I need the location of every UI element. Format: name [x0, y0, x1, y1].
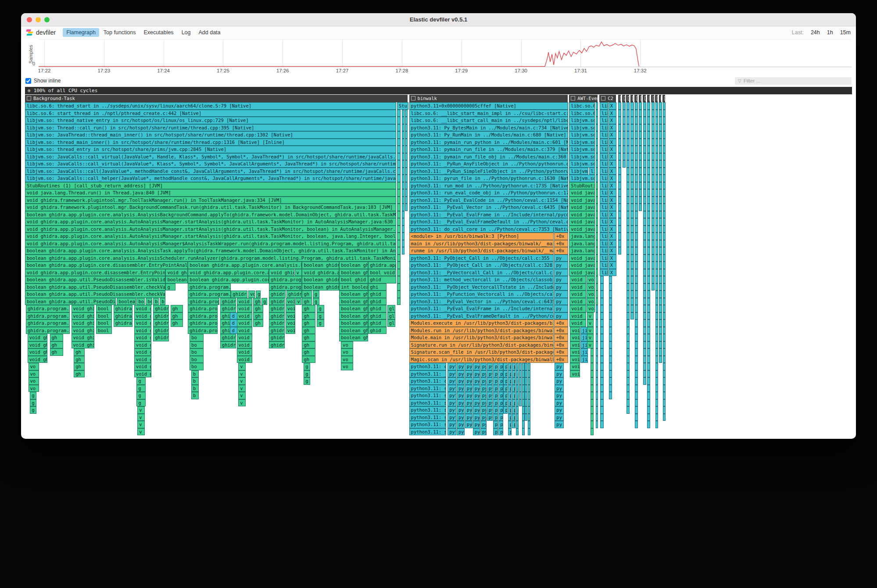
- flame-frame[interactable]: [596, 414, 598, 421]
- flame-frame[interactable]: Stu: [397, 102, 408, 110]
- flame-frame[interactable]: bool: [96, 305, 112, 312]
- flame-frame[interactable]: void g: [237, 312, 253, 320]
- flame-frame[interactable]: [623, 102, 626, 110]
- flame-frame[interactable]: [626, 139, 630, 146]
- flame-frame[interactable]: python3.11: _PyObject_Call in ../Objects…: [409, 262, 554, 269]
- flame-frame[interactable]: python3.11: [522, 406, 525, 414]
- flame-frame[interactable]: [405, 197, 408, 204]
- flame-frame[interactable]: libc.so.6: __libc_start_main_impl in ../…: [409, 110, 569, 117]
- flame-frame[interactable]: python3.11: [493, 385, 498, 392]
- flame-frame[interactable]: [651, 131, 655, 139]
- flame-frame[interactable]: java.lang.Object java.awt.EventQueue$4.r…: [569, 247, 594, 255]
- flame-frame[interactable]: [626, 283, 630, 291]
- flame-frame[interactable]: Signature.scan_file in /usr/lib/python3/…: [409, 348, 554, 356]
- flame-frame[interactable]: g: [317, 305, 324, 312]
- flame-frame[interactable]: [647, 421, 650, 428]
- flame-frame[interactable]: [618, 139, 621, 146]
- filter-box[interactable]: ▽: [735, 77, 852, 85]
- flame-frame[interactable]: [651, 182, 655, 190]
- flame-frame[interactable]: [663, 117, 666, 124]
- flame-frame[interactable]: [626, 334, 630, 341]
- flame-frame[interactable]: [618, 168, 621, 175]
- flame-frame[interactable]: [405, 146, 408, 153]
- flame-frame[interactable]: [623, 153, 626, 161]
- flame-frame[interactable]: v: [295, 298, 301, 305]
- flame-frame[interactable]: boolean gh: [339, 305, 368, 312]
- flame-frame[interactable]: py: [554, 312, 568, 320]
- flame-frame[interactable]: [596, 182, 598, 190]
- flame-frame[interactable]: libc.s: [600, 197, 608, 204]
- flame-frame[interactable]: python3.11: [473, 406, 480, 414]
- flame-frame[interactable]: gl: [387, 312, 396, 320]
- flame-frame[interactable]: python3.11: [503, 392, 507, 399]
- flame-frame[interactable]: [651, 283, 655, 291]
- flame-frame[interactable]: vo: [29, 370, 39, 378]
- flame-frame[interactable]: [663, 153, 666, 161]
- flame-frame[interactable]: [635, 233, 638, 240]
- flame-frame[interactable]: [651, 175, 655, 182]
- flame-frame[interactable]: python3.11: [473, 428, 480, 436]
- flame-frame[interactable]: [635, 406, 638, 414]
- flame-frame[interactable]: [643, 233, 646, 240]
- flame-frame[interactable]: X: [609, 168, 616, 175]
- flame-frame[interactable]: ghidra.program.model: [26, 305, 70, 312]
- flame-frame[interactable]: [655, 117, 658, 124]
- flame-frame[interactable]: python3.11: _PyObject_VectorcallTstate i…: [409, 283, 554, 291]
- flame-frame[interactable]: bool ghid: [339, 276, 368, 283]
- flame-frame[interactable]: v: [587, 341, 594, 349]
- flame-frame[interactable]: [402, 139, 405, 146]
- flame-frame[interactable]: [663, 139, 666, 146]
- flame-frame[interactable]: python3.11: [519, 399, 522, 407]
- flame-frame[interactable]: python3.11: [516, 406, 519, 414]
- flame-frame[interactable]: void g: [237, 356, 253, 363]
- flame-frame[interactable]: Modules.execute in /usr/lib/python3/dist…: [409, 319, 554, 327]
- flame-frame[interactable]: [635, 327, 638, 334]
- flame-frame[interactable]: boolean gh: [339, 312, 368, 320]
- flame-frame[interactable]: [639, 204, 642, 211]
- flame-frame[interactable]: [626, 153, 630, 161]
- flame-frame[interactable]: python3.11: [457, 406, 465, 414]
- flame-frame[interactable]: [643, 131, 646, 139]
- flame-frame[interactable]: [635, 182, 638, 190]
- flame-frame[interactable]: [618, 131, 621, 139]
- flame-frame[interactable]: [647, 312, 650, 320]
- flame-frame[interactable]: boolean gh: [339, 327, 368, 334]
- flame-frame[interactable]: [655, 211, 658, 219]
- tab-top-functions[interactable]: Top functions: [100, 28, 140, 37]
- flame-frame[interactable]: python3.11: [480, 421, 487, 428]
- flame-frame[interactable]: python3.11: [480, 406, 487, 414]
- flame-frame[interactable]: g: [317, 319, 324, 327]
- flame-frame[interactable]: [659, 233, 662, 240]
- flame-frame[interactable]: python3.11: [528, 406, 530, 414]
- flame-frame[interactable]: [647, 175, 650, 182]
- flame-frame[interactable]: [655, 204, 658, 211]
- flame-frame[interactable]: [402, 124, 405, 132]
- flame-frame[interactable]: void ghidra.app.plugin.core.analysis.Fin…: [188, 269, 269, 276]
- flame-frame[interactable]: libc.s: [600, 175, 608, 182]
- flame-frame[interactable]: [655, 341, 658, 349]
- flame-frame[interactable]: python3.11: PyEval_EvalCode in ../Python…: [409, 197, 569, 204]
- flame-frame[interactable]: [630, 211, 634, 219]
- flame-frame[interactable]: [596, 348, 598, 356]
- flame-frame[interactable]: libjvm.so: JavaCalls::call_virtual [Nati…: [569, 153, 594, 161]
- flame-frame[interactable]: ji: [580, 348, 588, 356]
- flame-frame[interactable]: b: [191, 377, 199, 385]
- flame-frame[interactable]: [655, 276, 658, 283]
- flame-frame[interactable]: [639, 110, 642, 117]
- flame-frame[interactable]: [630, 262, 634, 269]
- flame-frame[interactable]: [639, 153, 642, 161]
- flame-frame[interactable]: libc.so.6: start_thread [Native]: [569, 110, 594, 117]
- flame-frame[interactable]: [655, 348, 658, 356]
- flame-frame[interactable]: [397, 283, 401, 291]
- flame-frame[interactable]: void g: [237, 334, 253, 341]
- flame-frame[interactable]: [639, 117, 642, 124]
- section-checkbox-icon[interactable]: [27, 96, 31, 100]
- flame-frame[interactable]: v: [238, 399, 246, 407]
- flame-frame[interactable]: [626, 226, 630, 233]
- flame-frame[interactable]: [630, 117, 634, 124]
- flame-frame[interactable]: [643, 102, 646, 110]
- flame-frame[interactable]: boolean ghidra.app.util.PseudoDisassembl…: [25, 290, 165, 298]
- flame-frame[interactable]: [659, 255, 662, 262]
- flame-frame[interactable]: [630, 290, 634, 298]
- flame-frame[interactable]: python3.11: [487, 414, 493, 421]
